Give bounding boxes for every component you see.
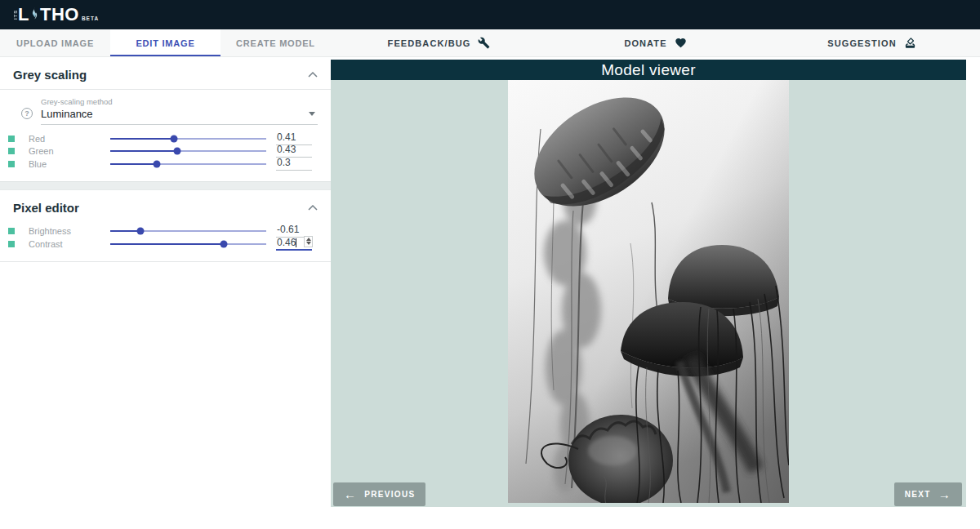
feedback-bug-label: FEEDBACK/BUG [388,38,471,48]
tab-create-model[interactable]: CREATE MODEL [220,29,331,56]
pixel-editor-card: Pixel editor Brightness-0.61Contrast0.46 [0,190,331,262]
model-viewer-title: Model viewer [601,61,696,79]
brightness-label: Brightness [29,226,110,236]
contrast-value-text: 0.46 [277,237,296,248]
blue-slider-row: Blue0.3 [8,158,318,171]
ballot-icon [904,37,916,49]
grey-scaling-method-row: ? Grey-scaling method Luminance [0,90,331,125]
slider-fill [110,243,224,245]
grey-scaling-method-select[interactable]: Grey-scaling method Luminance [41,97,318,125]
help-icon[interactable]: ? [21,108,33,119]
next-button[interactable]: NEXT → [894,482,962,506]
contrast-label: Contrast [29,239,110,249]
logo-letter-l: L [18,6,29,24]
red-slider[interactable] [110,138,266,140]
donate-label: DONATE [624,38,666,48]
grey-scaling-sliders: Red0.41Green0.43Blue0.3 [0,125,331,181]
green-slider-thumb[interactable] [174,148,181,155]
green-slider-row: Green0.43 [8,145,318,158]
brightness-slider-row: Brightness-0.61 [8,225,318,238]
tab-edit-image[interactable]: EDIT IMAGE [110,29,220,56]
contrast-slider-thumb[interactable] [220,240,228,247]
card-gap [0,181,331,190]
green-value-text: 0.43 [277,144,296,155]
previous-label: PREVIOUS [364,490,415,499]
feedback-bug-button[interactable]: FEEDBACK/BUG [331,29,547,56]
next-label: NEXT [905,490,931,499]
donate-button[interactable]: DONATE [547,29,764,56]
grey-scaling-header[interactable]: Grey scaling [0,57,331,89]
blue-slider-thumb[interactable] [154,160,161,167]
model-viewer-canvas[interactable]: ← PREVIOUS NEXT → [331,80,966,507]
app-logo[interactable]: ITS L THO BETA [13,6,99,24]
logo-its-text: ITS [13,6,18,24]
main-area: Grey scaling ? Grey-scaling method Lumin… [0,57,980,529]
logo-main-text: L THO [18,6,79,24]
flame-icon [30,6,39,24]
preview-image-jellyfish [508,80,789,503]
contrast-slider[interactable] [110,243,266,245]
grey-scaling-card: Grey scaling ? Grey-scaling method Lumin… [0,57,331,181]
contrast-value-input[interactable]: 0.46 [276,238,312,251]
suggestion-label: SUGGESTION [827,38,896,48]
heart-icon [675,37,687,49]
text-cursor [296,238,296,247]
pixel-editor-title: Pixel editor [13,201,79,215]
slider-fill [110,230,140,232]
dropdown-caret-icon [309,112,315,116]
color-swatch-icon [8,148,15,154]
pixel-editor-header[interactable]: Pixel editor [0,190,331,222]
logo-letters-tho: THO [40,6,79,24]
color-swatch-icon [8,136,15,142]
color-swatch-icon [8,161,15,167]
blue-value-text: 0.3 [277,157,291,168]
pixel-editor-sliders: Brightness-0.61Contrast0.46 [0,222,331,261]
red-value-text: 0.41 [277,131,296,143]
blue-label: Blue [29,159,110,169]
action-bar: FEEDBACK/BUG DONATE SUGGESTION [331,29,980,56]
brightness-slider[interactable] [110,230,266,232]
select-value: Luminance [41,108,318,120]
chevron-up-icon[interactable] [308,205,318,211]
tab-upload-image[interactable]: UPLOAD IMAGE [0,29,110,56]
arrow-right-icon: → [938,491,951,498]
red-slider-row: Red0.41 [8,132,318,145]
spinner-up-icon[interactable] [306,238,311,241]
blue-value-input[interactable]: 0.3 [276,158,312,171]
number-spinner[interactable] [304,236,313,247]
chevron-up-icon[interactable] [308,72,318,78]
model-viewer-header: Model viewer [331,60,966,80]
select-floating-label: Grey-scaling method [41,97,318,106]
color-swatch-icon [8,228,15,234]
slider-fill [110,163,157,165]
spinner-down-icon[interactable] [306,242,311,245]
blue-slider[interactable] [110,163,266,165]
contrast-slider-row: Contrast0.46 [8,238,318,251]
grey-scaling-title: Grey scaling [13,68,87,82]
edit-panel: Grey scaling ? Grey-scaling method Lumin… [0,57,331,529]
brightness-slider-thumb[interactable] [137,228,145,235]
tab-bar: UPLOAD IMAGEEDIT IMAGECREATE MODEL [0,29,331,56]
brightness-value-text: -0.61 [277,224,299,235]
previous-button[interactable]: ← PREVIOUS [333,482,425,506]
viewer-panel: Model viewer [331,57,980,529]
green-label: Green [29,146,110,156]
navigation-bar: UPLOAD IMAGEEDIT IMAGECREATE MODEL FEEDB… [0,29,980,57]
color-swatch-icon [8,241,15,247]
top-logo-bar: ITS L THO BETA [0,0,980,29]
wrench-icon [478,37,490,49]
slider-fill [110,138,174,140]
green-slider[interactable] [110,150,266,152]
slider-fill [110,150,177,152]
divider [0,261,331,262]
arrow-left-icon: ← [344,491,357,498]
logo-beta-badge: BETA [82,16,99,21]
red-label: Red [29,134,110,144]
suggestion-button[interactable]: SUGGESTION [764,29,980,56]
red-slider-thumb[interactable] [171,135,178,142]
